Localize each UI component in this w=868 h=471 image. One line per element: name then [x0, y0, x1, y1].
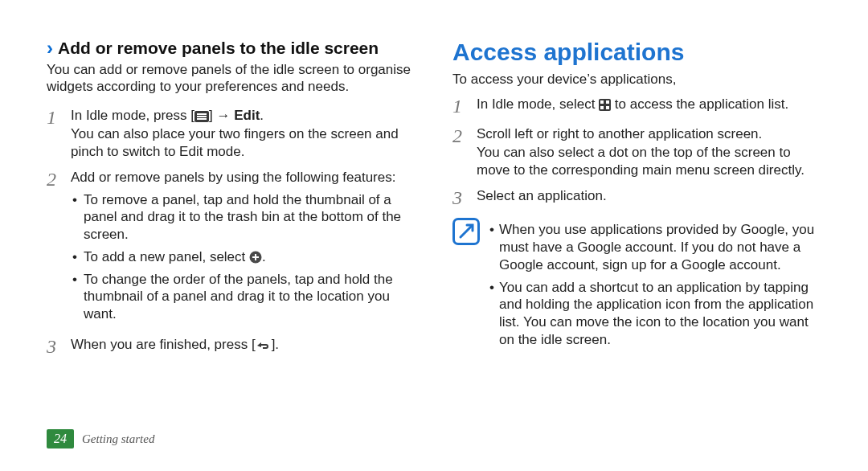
left-step-3: 3 When you are finished, press [].	[47, 336, 416, 357]
step-body: Scroll left or right to another applicat…	[477, 125, 821, 179]
note-icon	[452, 218, 480, 245]
step-text: Select an application.	[477, 188, 607, 203]
plus-circle-icon	[249, 251, 262, 264]
svg-rect-1	[197, 113, 207, 115]
chevron-icon: ›	[47, 39, 53, 58]
right-steps: 1 In Idle mode, select to access the app…	[452, 96, 821, 208]
section-name: Getting started	[82, 432, 154, 446]
bullet-add: To add a new panel, select .	[71, 248, 416, 266]
page-footer: 24 Getting started	[47, 429, 154, 448]
step-number: 3	[47, 336, 71, 357]
step-body: Select an application.	[477, 187, 607, 208]
svg-rect-10	[600, 106, 604, 109]
left-steps: 1 In Idle mode, press [] → Edit. You can…	[47, 107, 416, 358]
left-subheading: › Add or remove panels to the idle scree…	[47, 39, 416, 58]
step-text-b: ] →	[209, 108, 234, 123]
step-body: In Idle mode, select to access the appli…	[477, 96, 788, 117]
right-step-2: 2 Scroll left or right to another applic…	[452, 125, 821, 179]
svg-rect-9	[606, 100, 609, 104]
note-bullet-2: You can add a shortcut to an application…	[488, 279, 821, 349]
left-intro: You can add or remove panels of the idle…	[47, 61, 416, 96]
svg-rect-11	[606, 106, 609, 109]
step-then: You can also place your two fingers on t…	[71, 125, 416, 161]
right-step-3: 3 Select an application.	[452, 187, 821, 208]
bullet-add-pre: To add a new panel, select	[84, 249, 249, 264]
svg-rect-2	[197, 116, 207, 117]
svg-rect-8	[600, 100, 604, 104]
bullet-reorder: To change the order of the panels, tap a…	[71, 271, 416, 323]
step-number: 1	[452, 96, 477, 117]
right-intro: To access your device’s applications,	[452, 71, 821, 88]
step-text-b: to access the application list.	[611, 96, 788, 112]
step-text-a: When you are finished, press [	[71, 337, 256, 352]
back-key-icon	[256, 340, 272, 351]
step-body: When you are finished, press [].	[71, 336, 279, 357]
step-text-a: In Idle mode, press [	[71, 108, 194, 123]
right-column: Access applications To access your devic…	[452, 39, 821, 365]
step-body: Add or remove panels by using the follow…	[71, 169, 416, 328]
step-text: Add or remove panels by using the follow…	[71, 170, 395, 185]
manual-page: › Add or remove panels to the idle scree…	[0, 0, 868, 471]
note-bullet-1: When you use applications provided by Go…	[488, 221, 821, 273]
menu-key-icon	[194, 111, 209, 122]
note-bullets: When you use applications provided by Go…	[488, 221, 821, 348]
page-number: 24	[47, 429, 74, 448]
edit-bold: Edit	[234, 108, 260, 123]
step-number: 1	[47, 107, 71, 161]
step-then: You can also select a dot on the top of …	[477, 144, 821, 179]
right-heading: Access applications	[452, 39, 821, 66]
step-text-b: ].	[272, 337, 279, 352]
left-step-2: 2 Add or remove panels by using the foll…	[47, 169, 416, 328]
step-text: Scroll left or right to another applicat…	[477, 126, 762, 141]
step-text-c: .	[260, 108, 264, 123]
svg-rect-6	[252, 256, 259, 258]
bullet-add-post: .	[262, 249, 266, 264]
svg-rect-3	[197, 118, 207, 120]
step-text-a: In Idle mode, select	[477, 96, 599, 112]
left-column: › Add or remove panels to the idle scree…	[47, 39, 416, 365]
step2-bullets: To remove a panel, tap and hold the thum…	[71, 191, 416, 323]
step-number: 2	[452, 125, 477, 179]
step-number: 2	[47, 169, 71, 328]
note-block: When you use applications provided by Go…	[452, 216, 821, 353]
bullet-remove: To remove a panel, tap and hold the thum…	[71, 191, 416, 244]
two-columns: › Add or remove panels to the idle scree…	[47, 39, 821, 365]
note-body: When you use applications provided by Go…	[488, 216, 821, 353]
apps-grid-icon	[599, 99, 611, 111]
step-number: 3	[452, 187, 477, 208]
left-step-1: 1 In Idle mode, press [] → Edit. You can…	[47, 107, 416, 161]
left-heading-text: Add or remove panels to the idle screen	[58, 39, 379, 58]
step-body: In Idle mode, press [] → Edit. You can a…	[71, 107, 416, 161]
right-step-1: 1 In Idle mode, select to access the app…	[452, 96, 821, 117]
